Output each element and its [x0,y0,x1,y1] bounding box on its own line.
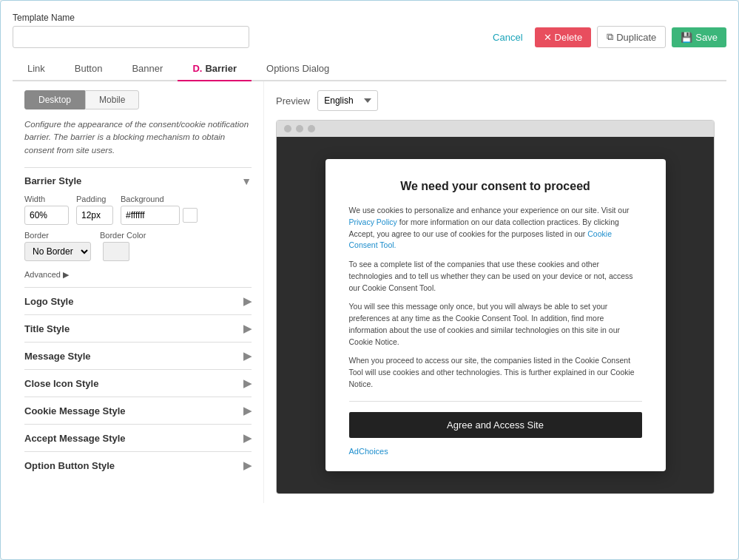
background-label: Background [121,195,198,203]
template-name-label: Template Name [13,13,726,23]
consent-divider [349,401,642,402]
title-style-header[interactable]: Title Style ▶ [24,314,252,342]
option-button-style-header[interactable]: Option Button Style ▶ [24,451,252,479]
barrier-style-label: Barrier Style [24,175,81,186]
right-panel: Preview English French German Spanish [264,81,726,503]
language-select[interactable]: English French German Spanish [317,90,378,111]
cookie-message-style-chevron: ▶ [243,405,252,416]
template-name-input[interactable] [13,26,249,48]
preview-row: Preview English French German Spanish [276,90,715,111]
border-group: Border No Border Solid Dashed [24,231,92,261]
consent-paragraph-3: You will see this message only once, but… [349,301,642,348]
accept-message-style-label: Accept Message Style [24,433,126,444]
header-buttons: Cancel ✕ Cancel Delete ⧉ Duplicate 💾 Sav… [487,26,726,48]
device-toggle: Desktop Mobile [24,90,252,109]
width-label: Width [24,195,69,203]
message-style-label: Message Style [24,351,91,362]
fields-row-2: Border No Border Solid Dashed Border Col… [24,231,252,261]
preview-label: Preview [276,95,310,107]
tab-button[interactable]: Button [60,57,118,81]
adchoices-link[interactable]: AdChoices [349,447,388,456]
browser-toolbar [277,121,714,137]
fields-row-1: Width Padding Background [24,195,252,225]
background-group: Background [121,195,198,225]
tab-barrier[interactable]: D.Barrier [178,57,252,81]
tab-banner[interactable]: Banner [117,57,178,81]
cookie-message-style-header[interactable]: Cookie Message Style ▶ [24,397,252,424]
advanced-link[interactable]: Advanced ▶ [24,270,69,280]
consent-paragraph-4: When you proceed to access our site, the… [349,355,642,390]
left-panel: Desktop Mobile Configure the appearance … [13,81,264,503]
background-input[interactable] [121,206,180,225]
browser-preview: We need your consent to proceed We use c… [276,120,715,494]
close-icon-style-label: Close Icon Style [24,378,98,389]
browser-dot-2 [296,125,303,132]
browser-dot-1 [284,125,291,132]
width-group: Width [24,195,69,225]
message-style-header[interactable]: Message Style ▶ [24,342,252,369]
browser-dot-3 [308,125,315,132]
barrier-style-content: Width Padding Background [24,195,252,288]
advanced-row: Advanced ▶ [24,267,252,280]
delete-icon: ✕ [544,32,552,43]
accept-message-style-chevron: ▶ [243,432,252,444]
background-color-swatch[interactable] [183,208,198,223]
title-style-chevron: ▶ [243,323,252,334]
main-container: Template Name Cancel ✕ Cancel Delete ⧉ D… [0,0,739,560]
save-button[interactable]: 💾 Save [672,27,726,47]
close-icon-style-chevron: ▶ [243,377,252,389]
option-button-style-chevron: ▶ [243,459,252,471]
cookie-consent-tool-link-1[interactable]: Cookie Consent Tool. [349,229,612,250]
mobile-button[interactable]: Mobile [85,90,139,109]
template-name-row: Cancel ✕ Cancel Delete ⧉ Duplicate 💾 Sav… [13,26,726,48]
consent-title: We need your consent to proceed [349,180,642,193]
logo-style-chevron: ▶ [243,295,252,307]
border-color-group: Border Color [100,231,146,261]
padding-input[interactable] [76,206,113,225]
close-icon-style-header[interactable]: Close Icon Style ▶ [24,369,252,397]
border-color-swatch[interactable] [103,242,129,261]
logo-style-header[interactable]: Logo Style ▶ [24,287,252,314]
barrier-style-header[interactable]: Barrier Style ▼ [24,167,252,195]
border-select[interactable]: No Border Solid Dashed [24,242,91,261]
option-button-style-label: Option Button Style [24,460,115,471]
message-style-chevron: ▶ [243,350,252,362]
width-input[interactable] [24,206,69,225]
tab-options-dialog[interactable]: Options Dialog [252,57,344,81]
desktop-button[interactable]: Desktop [24,90,85,109]
padding-label: Padding [76,195,113,203]
accept-message-style-header[interactable]: Accept Message Style ▶ [24,424,252,451]
border-label: Border [24,231,92,240]
duplicate-button[interactable]: ⧉ Duplicate [597,26,666,48]
delete-button[interactable]: ✕ Cancel Delete [535,27,592,47]
panel-description: Configure the appearance of the consent/… [24,118,252,157]
logo-style-label: Logo Style [24,296,73,307]
advanced-chevron-icon: ▶ [63,270,69,280]
browser-body: We need your consent to proceed We use c… [277,137,714,493]
padding-group: Padding [76,195,113,225]
privacy-policy-link[interactable]: Privacy Policy [349,217,397,226]
content-area: Desktop Mobile Configure the appearance … [13,81,726,503]
agree-button[interactable]: Agree and Access Site [349,412,642,438]
barrier-style-chevron: ▼ [241,175,252,187]
tabs-row: Link Button Banner D.Barrier Options Dia… [13,57,726,81]
save-icon: 💾 [681,32,692,43]
consent-paragraph-1: We use cookies to personalize and enhanc… [349,205,642,252]
cookie-message-style-label: Cookie Message Style [24,405,126,416]
consent-paragraph-2: To see a complete list of the companies … [349,259,642,294]
title-style-label: Title Style [24,323,70,334]
template-name-section: Template Name Cancel ✕ Cancel Delete ⧉ D… [13,13,726,48]
cancel-button[interactable]: Cancel [487,29,528,46]
tab-link[interactable]: Link [13,57,60,81]
border-color-label: Border Color [100,231,146,240]
consent-modal: We need your consent to proceed We use c… [325,159,666,471]
duplicate-icon: ⧉ [607,31,613,43]
